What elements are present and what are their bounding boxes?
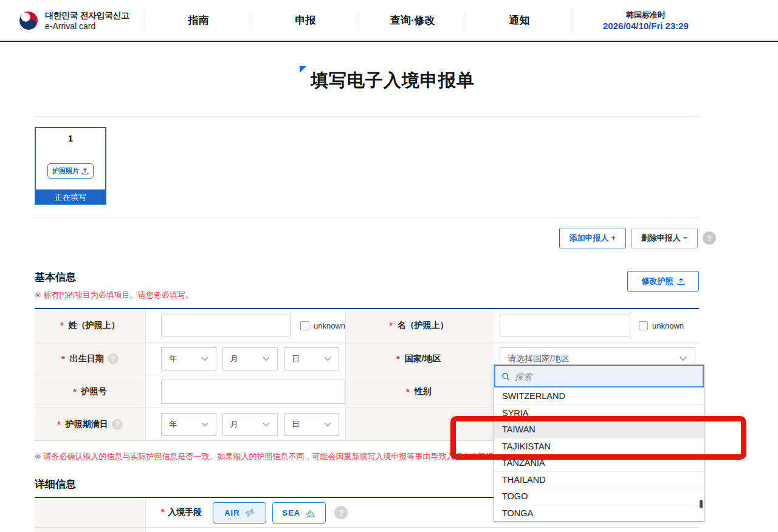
air-button[interactable]: AIR bbox=[213, 502, 266, 523]
birth-year-select[interactable]: 年 bbox=[161, 347, 216, 370]
korea-standard-time: 韩国标准时 2026/04/10/Fri 23:29 bbox=[573, 9, 718, 32]
expiry-year-select[interactable]: 年 bbox=[161, 413, 216, 436]
airplane-icon bbox=[244, 508, 255, 517]
required-asterisk: * bbox=[406, 387, 409, 397]
month-placeholder: 月 bbox=[230, 353, 238, 364]
country-label-cell: * 国家/地区 bbox=[346, 343, 492, 375]
birth-day-select[interactable]: 日 bbox=[284, 347, 339, 370]
logo[interactable]: 대한민국 전자입국신고 e-Arrival card bbox=[18, 10, 140, 31]
passport-no-label-cell: * 护照号 bbox=[35, 375, 146, 408]
nav-query-modify[interactable]: 查询·修改 bbox=[359, 12, 466, 30]
surname-input[interactable] bbox=[161, 315, 291, 336]
passport-expiry-label: 护照期满日 bbox=[66, 419, 108, 430]
expiry-day-select[interactable]: 日 bbox=[284, 413, 339, 436]
unknown-label: unknown bbox=[652, 321, 684, 330]
country-option[interactable]: TONGA bbox=[494, 505, 704, 522]
surname-label: 姓（护照上） bbox=[69, 320, 120, 331]
passport-photo-label: 护照照片 bbox=[52, 166, 79, 176]
year-placeholder: 年 bbox=[169, 419, 177, 430]
birth-date-help-icon[interactable]: ? bbox=[108, 353, 119, 364]
nav-notice[interactable]: 通知 bbox=[466, 12, 573, 30]
passport-expiry-label-cell: * 护照期满日 ? bbox=[35, 408, 146, 440]
birth-date-label-cell: * 出生日期 ? bbox=[35, 343, 146, 375]
edit-passport-button[interactable]: 修改护照 bbox=[627, 271, 699, 292]
given-name-unknown-checkbox[interactable] bbox=[639, 321, 648, 330]
required-fields-note: ※ 标有[*]的项目为必填项目。请您务必填写。 bbox=[35, 290, 699, 301]
country-option[interactable]: SYRIA bbox=[494, 404, 704, 421]
given-name-label-cell: * 名（护照上） bbox=[346, 309, 492, 342]
search-icon bbox=[501, 372, 510, 381]
entry-info-content-cell bbox=[146, 528, 699, 532]
entry-method-label: * 入境手段 bbox=[161, 507, 202, 518]
scrollbar-thumb[interactable] bbox=[700, 500, 703, 508]
logo-subtitle: e-Arrival card bbox=[45, 21, 129, 31]
passport-no-label: 护照号 bbox=[81, 386, 107, 397]
country-options: SWITZERLANDSYRIATAIWANTAJIKISTANTANZANIA… bbox=[494, 387, 704, 521]
country-dropdown-panel: SWITZERLANDSYRIATAIWANTAJIKISTANTANZANIA… bbox=[494, 364, 704, 522]
surname-unknown-checkbox[interactable] bbox=[300, 321, 309, 330]
gender-label: 性别 bbox=[415, 386, 432, 397]
nav-declare[interactable]: 申报 bbox=[252, 12, 359, 30]
applicant-number: 1 bbox=[36, 133, 105, 143]
page-title-text: 填写电子入境申报单 bbox=[311, 70, 475, 90]
chevron-down-icon bbox=[679, 356, 687, 361]
empty-label-cell bbox=[346, 408, 492, 440]
country-option[interactable]: THAILAND bbox=[494, 471, 704, 488]
year-placeholder: 年 bbox=[169, 353, 177, 364]
required-asterisk: * bbox=[161, 507, 164, 517]
expiry-month-select[interactable]: 月 bbox=[222, 413, 278, 436]
ship-icon bbox=[305, 508, 316, 517]
chevron-down-icon bbox=[324, 422, 331, 427]
required-asterisk: * bbox=[396, 354, 399, 364]
birth-date-label: 出生日期 bbox=[70, 353, 104, 364]
country-option[interactable]: TANZANIA bbox=[494, 454, 704, 471]
passport-photo-upload-button[interactable]: 护照照片 bbox=[47, 163, 94, 179]
entry-method-help-icon[interactable]: ? bbox=[334, 506, 348, 519]
air-label: AIR bbox=[224, 508, 239, 517]
clock-label: 韩国标准时 bbox=[573, 10, 718, 21]
country-search-box[interactable] bbox=[494, 365, 704, 387]
country-option[interactable]: TOGO bbox=[494, 488, 704, 505]
chevron-down-icon bbox=[263, 422, 270, 427]
main-nav: 指南 申报 查询·修改 通知 bbox=[145, 10, 573, 32]
add-applicant-button[interactable]: 添加申报人 + bbox=[559, 228, 626, 248]
sea-button[interactable]: SEA bbox=[272, 502, 326, 523]
entry-info-label-cell: 入境信息 bbox=[35, 528, 146, 532]
applicant-status-badge: 正在填写 bbox=[35, 189, 106, 205]
page-title: 填写电子入境申报单 bbox=[303, 69, 475, 93]
divider bbox=[35, 116, 699, 117]
basic-info-title: 基本信息 bbox=[35, 270, 699, 284]
day-placeholder: 日 bbox=[292, 419, 300, 430]
passport-expiry-help-icon[interactable]: ? bbox=[112, 419, 123, 430]
country-option[interactable]: SWITZERLAND bbox=[494, 387, 704, 404]
table-row: 入境信息 bbox=[35, 527, 699, 532]
remove-applicant-button[interactable]: 删除申报人 − bbox=[631, 228, 698, 248]
nav-guide[interactable]: 指南 bbox=[145, 12, 252, 30]
edit-passport-label: 修改护照 bbox=[642, 276, 673, 287]
applicant-card[interactable]: 1 护照照片 正在填写 bbox=[35, 127, 106, 205]
surname-label-cell: * 姓（护照上） bbox=[35, 309, 146, 342]
chevron-down-icon bbox=[201, 356, 208, 361]
country-option[interactable]: TAIWAN bbox=[494, 421, 704, 438]
taegeuk-logo-icon bbox=[18, 10, 39, 31]
unknown-label: unknown bbox=[314, 321, 345, 330]
given-name-input[interactable] bbox=[500, 315, 630, 336]
given-name-label: 名（护照上） bbox=[398, 320, 449, 331]
header: 대한민국 전자입국신고 e-Arrival card 指南 申报 查询·修改 通… bbox=[0, 0, 778, 42]
day-placeholder: 日 bbox=[292, 353, 300, 364]
country-option[interactable]: TAJIKISTAN bbox=[494, 438, 704, 455]
gender-label-cell: * 性别 bbox=[346, 375, 492, 408]
required-asterisk: * bbox=[57, 420, 60, 429]
birth-month-select[interactable]: 月 bbox=[222, 347, 278, 370]
country-label: 国家/地区 bbox=[405, 353, 441, 364]
chevron-down-icon bbox=[324, 356, 331, 361]
upload-icon bbox=[81, 168, 89, 175]
divider bbox=[35, 217, 699, 217]
logo-title: 대한민국 전자입국신고 bbox=[45, 10, 129, 21]
entry-info-label-cell bbox=[35, 498, 146, 527]
passport-no-input[interactable] bbox=[161, 380, 345, 404]
country-search-input[interactable] bbox=[515, 372, 697, 381]
help-icon[interactable]: ? bbox=[703, 231, 716, 245]
sea-label: SEA bbox=[282, 508, 300, 517]
country-select-placeholder: 请选择国家/地区 bbox=[508, 353, 570, 364]
